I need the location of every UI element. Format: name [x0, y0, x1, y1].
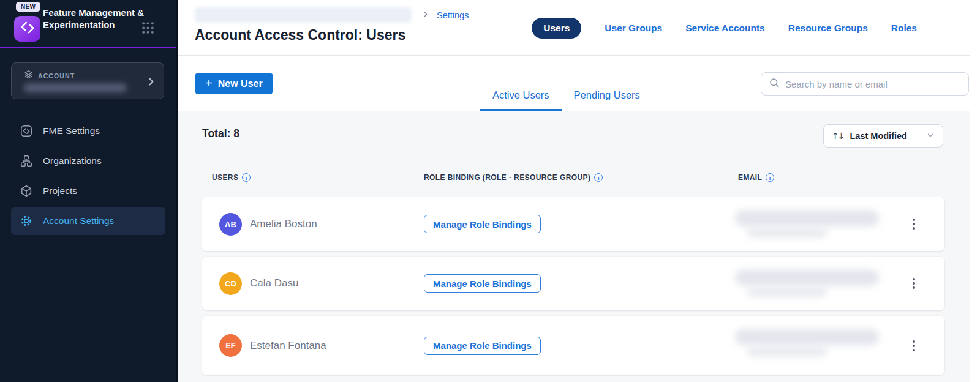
main-pane: Settings Account Access Control: Users U…	[178, 0, 970, 382]
info-icon[interactable]	[766, 173, 774, 182]
user-rows: AB Amelia Boston Manage Role Bindings CD…	[202, 197, 944, 375]
email-cell	[730, 197, 883, 251]
tab-service-accounts[interactable]: Service Accounts	[685, 23, 765, 34]
sidebar-item-label: FME Settings	[43, 125, 100, 137]
new-user-button[interactable]: New User	[195, 73, 273, 94]
blurred-email-line2	[747, 346, 827, 356]
blurred-email-line2	[747, 228, 827, 238]
manage-role-bindings-button[interactable]: Manage Role Bindings	[424, 215, 541, 233]
table-row: AB Amelia Boston Manage Role Bindings	[202, 197, 944, 251]
sidebar-item-fme-settings[interactable]: FME Settings	[11, 117, 165, 145]
account-selector[interactable]: ACCOUNT	[11, 62, 164, 99]
blurred-email	[735, 329, 879, 345]
sidebar-item-account-settings[interactable]: Account Settings	[11, 207, 165, 235]
tab-active-users[interactable]: Active Users	[480, 56, 562, 111]
avatar: CD	[219, 272, 242, 295]
sidebar-item-label: Account Settings	[43, 215, 114, 227]
gear-icon	[20, 214, 33, 228]
user-cell: EF Estefan Fontana	[202, 334, 424, 357]
sort-arrows-icon: ↑↓	[832, 131, 843, 141]
blurred-email	[735, 269, 879, 286]
blurred-email-line2	[747, 287, 827, 297]
cube-icon	[20, 184, 33, 198]
user-cell: AB Amelia Boston	[202, 213, 424, 236]
sidebar-item-label: Projects	[43, 185, 77, 197]
info-icon[interactable]	[594, 173, 603, 182]
column-label: ROLE BINDING (ROLE - RESOURCE GROUP)	[424, 173, 590, 182]
search-input[interactable]	[785, 79, 961, 89]
page-header: Settings Account Access Control: Users U…	[178, 0, 970, 56]
blurred-breadcrumb-item	[195, 7, 412, 23]
table-row: CD Cala Dasu Manage Role Bindings	[202, 257, 944, 310]
info-icon[interactable]	[242, 173, 251, 182]
column-email: EMAIL	[738, 173, 774, 182]
tab-user-groups[interactable]: User Groups	[605, 23, 662, 34]
column-role-binding: ROLE BINDING (ROLE - RESOURCE GROUP)	[424, 173, 603, 182]
search-box	[761, 72, 969, 96]
accent-divider	[0, 47, 176, 48]
total-count: Total: 8	[202, 127, 239, 140]
sidebar-item-organizations[interactable]: Organizations	[11, 147, 165, 175]
search-icon	[769, 77, 780, 91]
access-control-nav: Users User Groups Service Accounts Resou…	[532, 18, 917, 39]
sidebar-nav: FME Settings Organizations Projects Acco…	[0, 115, 176, 237]
new-badge: NEW	[16, 2, 40, 12]
plus-icon	[205, 77, 213, 90]
new-user-button-label: New User	[218, 78, 263, 89]
users-list-section: Total: 8 ↑↓ Last Modified USERS ROLE BIN…	[178, 111, 970, 382]
right-gutter	[970, 0, 980, 382]
row-menu-kebab-icon[interactable]	[908, 213, 920, 235]
chevron-right-icon	[146, 77, 156, 89]
split-logo	[14, 16, 40, 42]
tab-roles[interactable]: Roles	[891, 23, 917, 34]
manage-role-bindings-button[interactable]: Manage Role Bindings	[424, 274, 541, 293]
tab-pending-users[interactable]: Pending Users	[562, 56, 652, 111]
column-users: USERS	[212, 173, 251, 182]
layers-icon	[24, 70, 33, 81]
user-state-tabs: Active Users Pending Users	[480, 56, 652, 111]
tab-users[interactable]: Users	[532, 18, 581, 39]
manage-role-bindings-button[interactable]: Manage Role Bindings	[424, 337, 541, 355]
app-grid-icon[interactable]	[140, 20, 156, 38]
user-name: Cala Dasu	[250, 277, 298, 290]
product-title: Feature Management & Experimentation	[43, 7, 146, 31]
account-label: ACCOUNT	[38, 72, 75, 80]
table-row: EF Estefan Fontana Manage Role Bindings	[202, 316, 944, 375]
user-name: Amelia Boston	[250, 218, 317, 230]
sort-label: Last Modified	[850, 131, 920, 141]
breadcrumb: Settings	[421, 10, 469, 21]
sidebar-divider	[11, 263, 167, 263]
sidebar-item-label: Organizations	[43, 155, 102, 167]
sidebar: NEW Feature Management & Experimentation…	[0, 0, 178, 382]
email-cell	[730, 257, 883, 310]
email-cell	[730, 316, 883, 375]
split-logo-icon	[20, 20, 36, 38]
avatar: AB	[219, 213, 242, 236]
column-label: USERS	[212, 173, 238, 182]
chevron-down-icon	[926, 131, 935, 141]
row-menu-kebab-icon[interactable]	[908, 272, 920, 294]
toolbar: New User Active Users Pending Users	[178, 56, 970, 111]
column-label: EMAIL	[738, 173, 762, 182]
page-title: Account Access Control: Users	[195, 27, 405, 43]
org-chart-icon	[20, 154, 33, 168]
chevron-right-icon	[421, 10, 429, 21]
row-menu-kebab-icon[interactable]	[908, 335, 920, 357]
breadcrumb-settings-link[interactable]: Settings	[437, 10, 469, 20]
user-cell: CD Cala Dasu	[202, 272, 424, 295]
tab-resource-groups[interactable]: Resource Groups	[788, 23, 868, 34]
split-outline-icon	[20, 124, 33, 138]
table-header: USERS ROLE BINDING (ROLE - RESOURCE GROU…	[202, 173, 944, 185]
sort-dropdown[interactable]: ↑↓ Last Modified	[823, 124, 943, 148]
sidebar-item-projects[interactable]: Projects	[11, 177, 165, 205]
blurred-email	[735, 210, 879, 227]
blurred-account-name	[24, 83, 127, 92]
app-window: NEW Feature Management & Experimentation…	[0, 0, 980, 382]
avatar: EF	[219, 334, 242, 357]
user-name: Estefan Fontana	[250, 340, 326, 352]
